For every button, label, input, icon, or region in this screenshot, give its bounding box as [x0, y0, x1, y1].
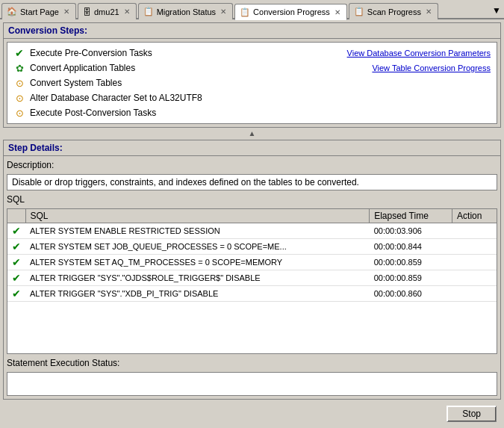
row-action — [452, 239, 497, 255]
step4-label: Alter Database Character Set to AL32UTF8 — [30, 93, 491, 103]
step-item-4: ⊙ Alter Database Character Set to AL32UT… — [7, 90, 497, 105]
row-check-icon: ✔ — [12, 288, 21, 300]
row-action — [452, 255, 497, 270]
row-sql: ALTER TRIGGER "SYS"."OJDS$ROLE_TRIGGER$"… — [25, 270, 370, 286]
step-details-panel: Step Details: Description: Disable or dr… — [3, 140, 501, 400]
row-elapsed: 00:00:00.859 — [370, 255, 452, 270]
row-status-icon: ✔ — [7, 286, 25, 302]
row-sql: ALTER SYSTEM SET AQ_TM_PROCESSES = 0 SCO… — [25, 255, 370, 270]
row-check-icon: ✔ — [12, 225, 21, 237]
tab-dmu21[interactable]: 🗄 dmu21 ✕ — [78, 3, 137, 19]
stmt-exec-label: Statement Execution Status: — [7, 357, 497, 369]
row-action — [452, 223, 497, 239]
divider-arrow: ▲ — [3, 131, 501, 137]
tab-conversion-progress-label: Conversion Progress — [253, 7, 330, 16]
step2-spinner-icon: ✿ — [13, 62, 25, 74]
conversion-steps-content: ✔ Execute Pre-Conversion Tasks View Data… — [7, 42, 497, 124]
tab-dmu21-label: dmu21 — [94, 7, 119, 16]
tab-scan-progress[interactable]: 📋 Scan Progress ✕ — [349, 3, 438, 19]
row-sql: ALTER SYSTEM SET JOB_QUEUE_PROCESSES = 0… — [25, 239, 370, 255]
step1-label: Execute Pre-Conversion Tasks — [30, 48, 343, 58]
row-sql: ALTER SYSTEM ENABLE RESTRICTED SESSION — [25, 223, 370, 239]
description-label: Description: — [7, 159, 497, 171]
tab-conversion-progress[interactable]: 📋 Conversion Progress ✕ — [234, 4, 347, 20]
start-page-icon: 🏠 — [7, 7, 17, 16]
sql-table: SQL Elapsed Time Action ✔ALTER SYSTEM EN… — [7, 209, 497, 302]
step-item-3: ⊙ Convert System Tables — [7, 75, 497, 90]
dmu21-icon: 🗄 — [83, 7, 91, 16]
row-elapsed: 00:00:00.859 — [370, 270, 452, 286]
description-field: Disable or drop triggers, constraints, a… — [7, 174, 497, 190]
migration-status-icon: 📋 — [143, 7, 154, 16]
step-item-5: ⊙ Execute Post-Conversion Tasks — [7, 105, 497, 120]
col-elapsed: Elapsed Time — [370, 209, 452, 223]
row-status-icon: ✔ — [7, 223, 25, 239]
tab-start-page-label: Start Page — [20, 7, 59, 16]
step2-link[interactable]: View Table Conversion Progress — [372, 63, 491, 72]
scan-progress-icon: 📋 — [354, 7, 364, 16]
row-elapsed: 00:00:03.906 — [370, 223, 452, 239]
bottom-bar: Stop — [3, 403, 501, 425]
sql-table-row: ✔ALTER SYSTEM ENABLE RESTRICTED SESSION0… — [7, 223, 497, 239]
row-check-icon: ✔ — [12, 272, 21, 284]
sql-table-row: ✔ALTER TRIGGER "SYS"."OJDS$ROLE_TRIGGER$… — [7, 270, 497, 286]
row-action — [452, 270, 497, 286]
step5-warn-icon: ⊙ — [13, 107, 25, 119]
conversion-progress-icon: 📋 — [240, 7, 250, 17]
conversion-steps-title: Conversion Steps: — [8, 25, 87, 36]
stmt-exec-field — [7, 372, 497, 396]
row-status-icon: ✔ — [7, 239, 25, 255]
col-status — [7, 209, 25, 223]
tab-migration-status-label: Migration Status — [157, 7, 216, 16]
step-details-inner: Description: Disable or drop triggers, c… — [4, 156, 500, 399]
step3-warn-icon: ⊙ — [13, 77, 25, 89]
row-status-icon: ✔ — [7, 270, 25, 286]
tab-migration-status-close[interactable]: ✕ — [219, 7, 228, 16]
stop-button[interactable]: Stop — [447, 406, 497, 422]
step-details-header: Step Details: — [4, 140, 500, 156]
row-elapsed: 00:00:00.844 — [370, 239, 452, 255]
sql-label: SQL — [7, 193, 497, 205]
step-item-2: ✿ Convert Application Tables View Table … — [7, 61, 497, 75]
step-details-title: Step Details: — [8, 143, 63, 153]
sql-table-row: ✔ALTER SYSTEM SET JOB_QUEUE_PROCESSES = … — [7, 239, 497, 255]
row-elapsed: 00:00:00.860 — [370, 286, 452, 302]
row-action — [452, 286, 497, 302]
tab-overflow-button[interactable]: ▼ — [489, 3, 504, 18]
sql-table-wrapper[interactable]: SQL Elapsed Time Action ✔ALTER SYSTEM EN… — [7, 208, 497, 354]
tab-scan-progress-label: Scan Progress — [367, 7, 421, 16]
row-check-icon: ✔ — [12, 256, 21, 268]
tab-conversion-progress-close[interactable]: ✕ — [333, 7, 342, 17]
step-item-1: ✔ Execute Pre-Conversion Tasks View Data… — [7, 46, 497, 61]
sql-table-row: ✔ALTER TRIGGER "SYS"."XDB_PI_TRIG" DISAB… — [7, 286, 497, 302]
step1-link[interactable]: View Database Conversion Parameters — [347, 49, 491, 58]
main-content: Conversion Steps: ✔ Execute Pre-Conversi… — [0, 19, 504, 428]
sql-table-row: ✔ALTER SYSTEM SET AQ_TM_PROCESSES = 0 SC… — [7, 255, 497, 270]
conversion-steps-panel: Conversion Steps: ✔ Execute Pre-Conversi… — [3, 22, 501, 128]
row-sql: ALTER TRIGGER "SYS"."XDB_PI_TRIG" DISABL… — [25, 286, 370, 302]
step2-label: Convert Application Tables — [30, 63, 367, 73]
step4-warn-icon: ⊙ — [13, 92, 25, 104]
tab-start-page-close[interactable]: ✕ — [62, 7, 71, 16]
tab-migration-status[interactable]: 📋 Migration Status ✕ — [138, 3, 233, 19]
tab-scan-progress-close[interactable]: ✕ — [424, 7, 433, 16]
col-action: Action — [452, 209, 497, 223]
sql-table-header-row: SQL Elapsed Time Action — [7, 209, 497, 223]
step3-label: Convert System Tables — [30, 78, 491, 88]
row-check-icon: ✔ — [12, 241, 21, 252]
conversion-steps-header: Conversion Steps: — [4, 23, 500, 39]
step1-check-icon: ✔ — [13, 47, 25, 59]
steps-list[interactable]: ✔ Execute Pre-Conversion Tasks View Data… — [7, 43, 497, 123]
row-status-icon: ✔ — [7, 255, 25, 270]
step5-label: Execute Post-Conversion Tasks — [30, 108, 491, 118]
tab-dmu21-close[interactable]: ✕ — [122, 7, 131, 16]
tab-bar: 🏠 Start Page ✕ 🗄 dmu21 ✕ 📋 Migration Sta… — [0, 0, 504, 19]
col-sql: SQL — [25, 209, 370, 223]
tab-start-page[interactable]: 🏠 Start Page ✕ — [1, 3, 76, 19]
